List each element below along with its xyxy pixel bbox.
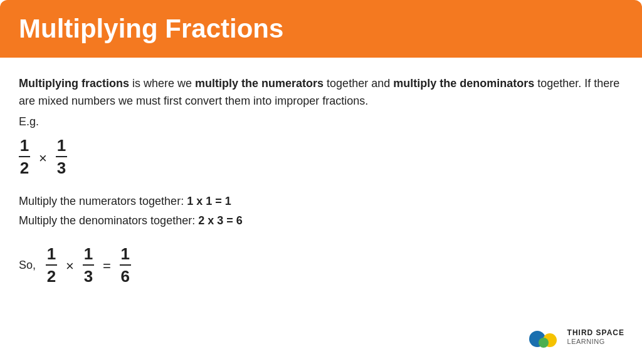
- step1-text: Multiply the numerators together:: [19, 195, 187, 207]
- content-area: Multiplying fractions is where we multip…: [0, 58, 642, 364]
- step1-bold: 1 x 1 = 1: [187, 195, 231, 207]
- multiply-steps: Multiply the numerators together: 1 x 1 …: [19, 192, 623, 230]
- result-fraction3: 1 6: [120, 244, 131, 286]
- logo-line1: THIRD SPACE: [567, 329, 624, 337]
- bold-multiplying-fractions: Multiplying fractions: [19, 77, 129, 90]
- bold-multiply-numerators: multiply the numerators: [195, 77, 324, 90]
- result-equals: =: [103, 258, 111, 274]
- rf2-numerator: 1: [83, 244, 94, 266]
- rf2-denominator: 3: [83, 266, 94, 286]
- definition-paragraph: Multiplying fractions is where we multip…: [19, 75, 623, 110]
- fraction1-denominator: 2: [19, 157, 30, 178]
- fraction2-denominator: 3: [56, 157, 67, 178]
- fraction-one-half: 1 2: [19, 136, 30, 178]
- card: Multiplying Fractions Multiplying fracti…: [0, 0, 642, 364]
- result-fraction2: 1 3: [83, 244, 94, 286]
- svg-point-2: [539, 338, 549, 348]
- step2-text: Multiply the denominators together:: [19, 214, 198, 227]
- page-title: Multiplying Fractions: [19, 14, 623, 44]
- eg-label: E.g.: [19, 115, 623, 128]
- step2-line: Multiply the denominators together: 2 x …: [19, 211, 623, 231]
- step2-bold: 2 x 3 = 6: [198, 214, 243, 227]
- text-part2: is where we: [129, 77, 195, 90]
- rf1-denominator: 2: [46, 266, 57, 286]
- step1-line: Multiply the numerators together: 1 x 1 …: [19, 192, 623, 211]
- result-times1: ×: [66, 258, 74, 274]
- logo-text-block: THIRD SPACE LEARNING: [567, 329, 624, 345]
- footer-logo: THIRD SPACE LEARNING: [529, 324, 624, 350]
- fraction-one-third: 1 3: [56, 136, 67, 178]
- rf1-numerator: 1: [46, 244, 57, 266]
- header: Multiplying Fractions: [0, 0, 642, 58]
- times-symbol: ×: [39, 150, 47, 167]
- fraction1-numerator: 1: [19, 136, 30, 157]
- rf3-denominator: 6: [120, 266, 131, 286]
- so-label: So,: [19, 259, 36, 272]
- logo-line2: LEARNING: [567, 338, 624, 345]
- rf3-numerator: 1: [120, 244, 131, 266]
- fraction2-numerator: 1: [56, 136, 67, 157]
- text-part4: together and: [324, 77, 393, 90]
- fraction-example: 1 2 × 1 3: [19, 136, 623, 178]
- result-fraction1: 1 2: [46, 244, 57, 286]
- bold-multiply-denominators: multiply the denominators: [393, 77, 534, 90]
- result-row: So, 1 2 × 1 3 = 1 6: [19, 244, 623, 286]
- logo-icon: [529, 324, 561, 350]
